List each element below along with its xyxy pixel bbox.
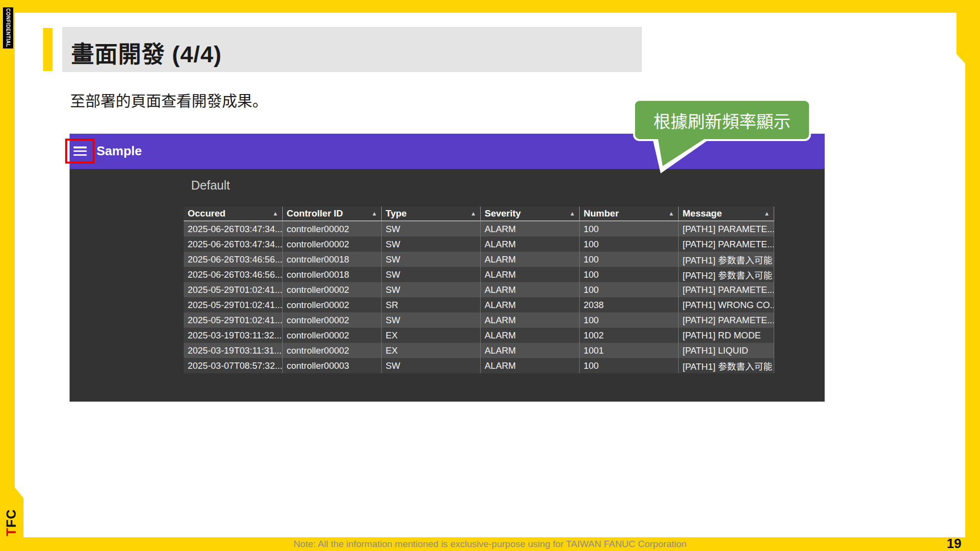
table-cell: [PATH1] LIQUID bbox=[679, 343, 774, 358]
table-cell: SW bbox=[382, 252, 481, 267]
table-cell: 100 bbox=[580, 221, 679, 237]
table-cell: ALARM bbox=[481, 221, 580, 237]
table-row[interactable]: 2025-03-19T03:11:32....controller00002EX… bbox=[184, 328, 774, 343]
table-cell: controller00003 bbox=[283, 358, 382, 373]
column-header-number[interactable]: Number ▲ bbox=[580, 207, 679, 220]
table-row[interactable]: 2025-05-29T01:02:41...controller00002SWA… bbox=[184, 312, 774, 328]
tfc-logo: TFC bbox=[0, 505, 24, 540]
table-cell: 1001 bbox=[580, 343, 679, 358]
table-cell: controller00002 bbox=[283, 221, 382, 237]
column-label: Controller ID bbox=[287, 208, 343, 219]
table-cell: ALARM bbox=[481, 297, 580, 312]
table-row[interactable]: 2025-03-07T08:57:32...controller00003SWA… bbox=[184, 358, 774, 373]
sort-asc-icon[interactable]: ▲ bbox=[764, 210, 770, 217]
table-cell: ALARM bbox=[481, 358, 580, 373]
frame-top-band bbox=[0, 0, 980, 13]
column-label: Severity bbox=[485, 208, 521, 219]
table-cell: 100 bbox=[580, 312, 679, 328]
tfc-logo-t: T bbox=[4, 527, 19, 536]
frame-left-strip bbox=[0, 0, 15, 551]
table-cell: EX bbox=[382, 343, 481, 358]
table-cell: [PATH1] PARAMETE... bbox=[679, 282, 774, 297]
table-cell: [PATH2] PARAMETE... bbox=[679, 312, 774, 328]
sort-asc-icon[interactable]: ▲ bbox=[569, 210, 575, 217]
page-title: 畫面開發 (4/4) bbox=[71, 35, 222, 69]
table-cell: 2025-06-26T03:47:34... bbox=[184, 221, 283, 237]
callout-bubble: 根據刷新頻率顯示 bbox=[633, 99, 811, 141]
table-cell: SW bbox=[382, 267, 481, 282]
slide: CONFIDENTIAL 畫面開發 (4/4) 至部署的頁面查看開發成果。 Sa… bbox=[0, 0, 980, 551]
column-header-controller-id[interactable]: Controller ID ▲ bbox=[283, 207, 382, 220]
frame-top-right-block bbox=[956, 13, 980, 64]
table-cell: controller00018 bbox=[283, 267, 382, 282]
table-cell: [PATH2] PARAMETE... bbox=[679, 237, 774, 252]
table-row[interactable]: 2025-06-26T03:47:34...controller00002SWA… bbox=[184, 221, 774, 237]
column-header-message[interactable]: Message ▲ bbox=[679, 207, 774, 220]
sort-asc-icon[interactable]: ▲ bbox=[470, 210, 476, 217]
table-cell: 2038 bbox=[580, 297, 679, 312]
table-cell: EX bbox=[382, 328, 481, 343]
table-cell: controller00002 bbox=[283, 328, 382, 343]
table-row[interactable]: 2025-03-19T03:11:31....controller00002EX… bbox=[184, 343, 774, 358]
table-cell: 100 bbox=[580, 267, 679, 282]
table-cell: ALARM bbox=[481, 343, 580, 358]
table-cell: 2025-06-26T03:47:34... bbox=[184, 237, 283, 252]
table-cell: 2025-05-29T01:02:41... bbox=[184, 282, 283, 297]
footer-note: Note: All the information mentioned is e… bbox=[0, 539, 980, 550]
table-cell: SR bbox=[382, 297, 481, 312]
frame-right-strip bbox=[965, 13, 980, 551]
tfc-logo-fc: FC bbox=[4, 509, 19, 527]
table-cell: ALARM bbox=[481, 282, 580, 297]
section-heading: Default bbox=[191, 178, 230, 192]
column-label: Type bbox=[386, 208, 407, 219]
table-row[interactable]: 2025-06-26T03:46:56...controller00018SWA… bbox=[184, 252, 774, 267]
table-cell: controller00018 bbox=[283, 252, 382, 267]
table-cell: ALARM bbox=[481, 237, 580, 252]
column-header-severity[interactable]: Severity ▲ bbox=[481, 207, 580, 220]
table-cell: 2025-03-19T03:11:32.... bbox=[184, 328, 283, 343]
table-cell: SW bbox=[382, 237, 481, 252]
table-cell: SW bbox=[382, 358, 481, 373]
table-cell: 100 bbox=[580, 358, 679, 373]
table-cell: [PATH1] PARAMETE... bbox=[679, 221, 774, 237]
table-cell: 1002 bbox=[580, 328, 679, 343]
table-cell: ALARM bbox=[481, 312, 580, 328]
table-cell: 2025-05-29T01:02:41... bbox=[184, 297, 283, 312]
table-cell: [PATH2] 参数書入可能 bbox=[679, 267, 774, 282]
table-cell: [PATH1] WRONG CO... bbox=[679, 297, 774, 312]
table-cell: 2025-03-07T08:57:32... bbox=[184, 358, 283, 373]
table-cell: ALARM bbox=[481, 267, 580, 282]
table-cell: [PATH1] 参数書入可能 bbox=[679, 252, 774, 267]
confidential-badge: CONFIDENTIAL bbox=[3, 7, 13, 48]
column-label: Number bbox=[584, 208, 619, 219]
table-header-row: Occured ▲ Controller ID ▲ Type ▲ Severit… bbox=[184, 207, 774, 221]
highlight-red-box bbox=[65, 139, 95, 164]
table-cell: 2025-03-19T03:11:31.... bbox=[184, 343, 283, 358]
sort-asc-icon[interactable]: ▲ bbox=[272, 210, 278, 217]
table-row[interactable]: 2025-05-29T01:02:41...controller00002SRA… bbox=[184, 297, 774, 312]
body-text: 至部署的頁面查看開發成果。 bbox=[70, 89, 268, 111]
table-cell: 100 bbox=[580, 237, 679, 252]
table-cell: 2025-06-26T03:46:56... bbox=[184, 252, 283, 267]
page-number: 19 bbox=[947, 536, 961, 551]
table-cell: [PATH1] RD MODE bbox=[679, 328, 774, 343]
column-header-occured[interactable]: Occured ▲ bbox=[184, 207, 283, 220]
table-cell: SW bbox=[382, 312, 481, 328]
table-cell: ALARM bbox=[481, 328, 580, 343]
title-accent-bar bbox=[43, 28, 52, 71]
table-body: 2025-06-26T03:47:34...controller00002SWA… bbox=[184, 221, 774, 373]
table-cell: controller00002 bbox=[283, 282, 382, 297]
sort-asc-icon[interactable]: ▲ bbox=[371, 210, 377, 217]
column-label: Message bbox=[683, 208, 722, 219]
app-title: Sample bbox=[97, 144, 142, 159]
table-cell: SW bbox=[382, 221, 481, 237]
table-row[interactable]: 2025-05-29T01:02:41...controller00002SWA… bbox=[184, 282, 774, 297]
table-row[interactable]: 2025-06-26T03:47:34...controller00002SWA… bbox=[184, 237, 774, 252]
alarm-table: Occured ▲ Controller ID ▲ Type ▲ Severit… bbox=[184, 207, 774, 373]
table-cell: 100 bbox=[580, 252, 679, 267]
sort-asc-icon[interactable]: ▲ bbox=[668, 210, 674, 217]
table-cell: controller00002 bbox=[283, 343, 382, 358]
table-cell: controller00002 bbox=[283, 312, 382, 328]
table-row[interactable]: 2025-06-26T03:46:56...controller00018SWA… bbox=[184, 267, 774, 282]
column-header-type[interactable]: Type ▲ bbox=[382, 207, 481, 220]
